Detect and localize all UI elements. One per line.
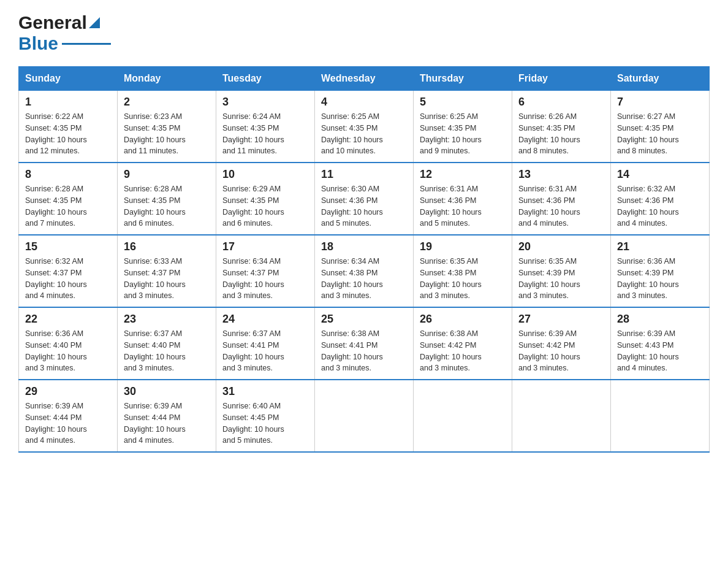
day-info: Sunrise: 6:38 AMSunset: 4:42 PMDaylight:…	[420, 329, 482, 372]
logo-general-text: General	[18, 12, 87, 33]
calendar-cell	[512, 380, 611, 452]
day-number: 30	[124, 385, 210, 398]
col-header-friday: Friday	[512, 67, 611, 91]
day-number: 12	[420, 168, 506, 181]
day-number: 19	[420, 240, 506, 253]
day-number: 15	[25, 240, 111, 253]
calendar-cell: 24 Sunrise: 6:37 AMSunset: 4:41 PMDaylig…	[216, 307, 315, 380]
calendar-cell: 9 Sunrise: 6:28 AMSunset: 4:35 PMDayligh…	[118, 163, 216, 235]
day-number: 21	[617, 240, 703, 253]
calendar-week-row: 29 Sunrise: 6:39 AMSunset: 4:44 PMDaylig…	[19, 380, 710, 452]
day-number: 4	[321, 96, 407, 109]
day-number: 26	[420, 313, 506, 326]
day-number: 27	[518, 313, 604, 326]
day-info: Sunrise: 6:30 AMSunset: 4:36 PMDaylight:…	[321, 185, 383, 228]
day-info: Sunrise: 6:40 AMSunset: 4:45 PMDaylight:…	[222, 402, 284, 445]
calendar-cell: 28 Sunrise: 6:39 AMSunset: 4:43 PMDaylig…	[611, 307, 710, 380]
day-info: Sunrise: 6:37 AMSunset: 4:41 PMDaylight:…	[222, 329, 284, 372]
day-info: Sunrise: 6:32 AMSunset: 4:36 PMDaylight:…	[617, 185, 679, 228]
calendar-table: SundayMondayTuesdayWednesdayThursdayFrid…	[18, 66, 710, 453]
day-info: Sunrise: 6:25 AMSunset: 4:35 PMDaylight:…	[321, 112, 383, 155]
calendar-cell: 23 Sunrise: 6:37 AMSunset: 4:40 PMDaylig…	[118, 307, 216, 380]
logo: General Blue	[18, 12, 111, 54]
day-number: 8	[25, 168, 111, 181]
calendar-cell: 31 Sunrise: 6:40 AMSunset: 4:45 PMDaylig…	[216, 380, 315, 452]
calendar-cell	[611, 380, 710, 452]
calendar-cell: 10 Sunrise: 6:29 AMSunset: 4:35 PMDaylig…	[216, 163, 315, 235]
day-number: 2	[124, 96, 210, 109]
calendar-week-row: 22 Sunrise: 6:36 AMSunset: 4:40 PMDaylig…	[19, 307, 710, 380]
calendar-cell: 25 Sunrise: 6:38 AMSunset: 4:41 PMDaylig…	[315, 307, 414, 380]
day-number: 7	[617, 96, 703, 109]
calendar-cell: 4 Sunrise: 6:25 AMSunset: 4:35 PMDayligh…	[315, 91, 414, 163]
calendar-cell: 21 Sunrise: 6:36 AMSunset: 4:39 PMDaylig…	[611, 235, 710, 307]
day-info: Sunrise: 6:39 AMSunset: 4:44 PMDaylight:…	[124, 402, 186, 445]
day-info: Sunrise: 6:25 AMSunset: 4:35 PMDaylight:…	[420, 112, 482, 155]
page-header: General Blue	[18, 12, 710, 54]
logo-blue-text: Blue	[18, 33, 58, 54]
day-info: Sunrise: 6:23 AMSunset: 4:35 PMDaylight:…	[124, 112, 186, 155]
calendar-cell: 7 Sunrise: 6:27 AMSunset: 4:35 PMDayligh…	[611, 91, 710, 163]
day-info: Sunrise: 6:31 AMSunset: 4:36 PMDaylight:…	[420, 185, 482, 228]
day-info: Sunrise: 6:24 AMSunset: 4:35 PMDaylight:…	[222, 112, 284, 155]
col-header-tuesday: Tuesday	[216, 67, 315, 91]
calendar-cell: 14 Sunrise: 6:32 AMSunset: 4:36 PMDaylig…	[611, 163, 710, 235]
day-number: 1	[25, 96, 111, 109]
day-info: Sunrise: 6:33 AMSunset: 4:37 PMDaylight:…	[124, 257, 186, 300]
calendar-cell: 3 Sunrise: 6:24 AMSunset: 4:35 PMDayligh…	[216, 91, 315, 163]
day-info: Sunrise: 6:37 AMSunset: 4:40 PMDaylight:…	[124, 329, 186, 372]
calendar-week-row: 1 Sunrise: 6:22 AMSunset: 4:35 PMDayligh…	[19, 91, 710, 163]
day-info: Sunrise: 6:22 AMSunset: 4:35 PMDaylight:…	[25, 112, 87, 155]
day-number: 3	[222, 96, 308, 109]
day-number: 17	[222, 240, 308, 253]
day-number: 18	[321, 240, 407, 253]
calendar-cell: 2 Sunrise: 6:23 AMSunset: 4:35 PMDayligh…	[118, 91, 216, 163]
calendar-cell: 5 Sunrise: 6:25 AMSunset: 4:35 PMDayligh…	[414, 91, 512, 163]
day-number: 14	[617, 168, 703, 181]
col-header-thursday: Thursday	[414, 67, 512, 91]
calendar-cell: 26 Sunrise: 6:38 AMSunset: 4:42 PMDaylig…	[414, 307, 512, 380]
day-number: 13	[518, 168, 604, 181]
day-info: Sunrise: 6:36 AMSunset: 4:39 PMDaylight:…	[617, 257, 679, 300]
calendar-cell: 27 Sunrise: 6:39 AMSunset: 4:42 PMDaylig…	[512, 307, 611, 380]
calendar-cell: 17 Sunrise: 6:34 AMSunset: 4:37 PMDaylig…	[216, 235, 315, 307]
day-number: 10	[222, 168, 308, 181]
calendar-cell: 11 Sunrise: 6:30 AMSunset: 4:36 PMDaylig…	[315, 163, 414, 235]
day-number: 16	[124, 240, 210, 253]
col-header-saturday: Saturday	[611, 67, 710, 91]
calendar-cell: 19 Sunrise: 6:35 AMSunset: 4:38 PMDaylig…	[414, 235, 512, 307]
calendar-cell: 12 Sunrise: 6:31 AMSunset: 4:36 PMDaylig…	[414, 163, 512, 235]
day-info: Sunrise: 6:38 AMSunset: 4:41 PMDaylight:…	[321, 329, 383, 372]
calendar-week-row: 8 Sunrise: 6:28 AMSunset: 4:35 PMDayligh…	[19, 163, 710, 235]
day-info: Sunrise: 6:29 AMSunset: 4:35 PMDaylight:…	[222, 185, 284, 228]
logo-triangle-icon	[89, 17, 100, 31]
calendar-week-row: 15 Sunrise: 6:32 AMSunset: 4:37 PMDaylig…	[19, 235, 710, 307]
calendar-cell: 18 Sunrise: 6:34 AMSunset: 4:38 PMDaylig…	[315, 235, 414, 307]
day-number: 31	[222, 385, 308, 398]
calendar-cell: 29 Sunrise: 6:39 AMSunset: 4:44 PMDaylig…	[19, 380, 118, 452]
day-info: Sunrise: 6:35 AMSunset: 4:38 PMDaylight:…	[420, 257, 482, 300]
day-number: 24	[222, 313, 308, 326]
svg-marker-0	[89, 17, 100, 28]
day-info: Sunrise: 6:28 AMSunset: 4:35 PMDaylight:…	[124, 185, 186, 228]
day-number: 25	[321, 313, 407, 326]
day-info: Sunrise: 6:28 AMSunset: 4:35 PMDaylight:…	[25, 185, 87, 228]
calendar-cell: 22 Sunrise: 6:36 AMSunset: 4:40 PMDaylig…	[19, 307, 118, 380]
day-info: Sunrise: 6:26 AMSunset: 4:35 PMDaylight:…	[518, 112, 580, 155]
day-number: 9	[124, 168, 210, 181]
day-info: Sunrise: 6:32 AMSunset: 4:37 PMDaylight:…	[25, 257, 87, 300]
calendar-cell	[315, 380, 414, 452]
calendar-cell: 16 Sunrise: 6:33 AMSunset: 4:37 PMDaylig…	[118, 235, 216, 307]
day-number: 20	[518, 240, 604, 253]
day-info: Sunrise: 6:39 AMSunset: 4:43 PMDaylight:…	[617, 329, 679, 372]
day-info: Sunrise: 6:36 AMSunset: 4:40 PMDaylight:…	[25, 329, 87, 372]
calendar-cell: 30 Sunrise: 6:39 AMSunset: 4:44 PMDaylig…	[118, 380, 216, 452]
day-info: Sunrise: 6:31 AMSunset: 4:36 PMDaylight:…	[518, 185, 580, 228]
col-header-wednesday: Wednesday	[315, 67, 414, 91]
day-number: 23	[124, 313, 210, 326]
day-info: Sunrise: 6:35 AMSunset: 4:39 PMDaylight:…	[518, 257, 580, 300]
calendar-cell: 6 Sunrise: 6:26 AMSunset: 4:35 PMDayligh…	[512, 91, 611, 163]
col-header-sunday: Sunday	[19, 67, 118, 91]
day-info: Sunrise: 6:27 AMSunset: 4:35 PMDaylight:…	[617, 112, 679, 155]
day-number: 6	[518, 96, 604, 109]
